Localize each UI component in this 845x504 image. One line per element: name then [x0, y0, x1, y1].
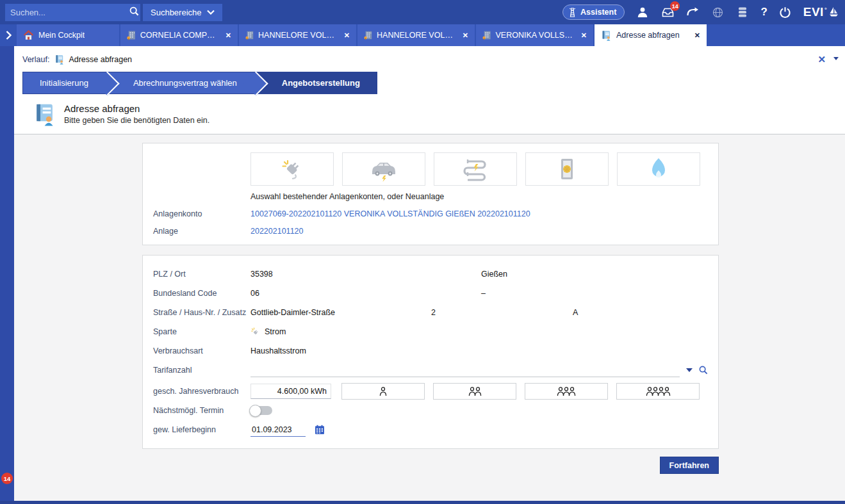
power-icon[interactable]	[778, 5, 792, 19]
verlauf-row: Verlauf: Adresse abfragen	[22, 51, 845, 68]
globe-icon[interactable]	[710, 5, 725, 19]
top-bar: Suchbereiche Assistent 14	[0, 0, 845, 24]
wizard-step-abrechnungsvertrag[interactable]: Abrechnungsvertrag wählen	[108, 72, 256, 93]
sparte-label: Sparte	[153, 327, 250, 336]
bundesland-code-value[interactable]: 06	[250, 289, 481, 298]
anlagen-caption: Auswahl bestehender Anlagenkonten, oder …	[250, 192, 708, 201]
strasse-value[interactable]: Gottlieb-Daimler-Straße	[250, 308, 431, 317]
address-panel: PLZ / Ort 35398 Gießen Bundesland Code 0…	[142, 255, 719, 449]
tarifanzahl-search-icon[interactable]	[699, 366, 708, 375]
home-icon	[23, 30, 34, 40]
building-icon	[245, 30, 254, 40]
sparte-value[interactable]: Strom	[265, 327, 286, 336]
search-scope-label: Suchbereiche	[151, 8, 202, 17]
tab-mein-cockpit[interactable]: Mein Cockpit	[17, 24, 119, 46]
tab-account-hannelore-1[interactable]: HANNELORE VOLLST... ✕	[239, 24, 356, 46]
category-storage-heater-button[interactable]	[525, 152, 609, 186]
tab-close-icon[interactable]: ✕	[577, 31, 587, 40]
tab-account-cornelia[interactable]: CORNELIA COMPLE... ✕	[120, 24, 238, 46]
category-gas-button[interactable]	[617, 152, 700, 186]
inbox-icon[interactable]: 14	[660, 5, 675, 19]
verlauf-label: Verlauf:	[22, 55, 49, 64]
assistant-label: Assistent	[580, 8, 616, 17]
process-book-icon	[54, 54, 65, 65]
tab-label: Mein Cockpit	[38, 31, 85, 40]
chevron-down-icon[interactable]	[833, 57, 839, 60]
category-heating-button[interactable]	[434, 152, 517, 186]
termin-row: Nächstmögl. Termin	[153, 401, 708, 420]
tab-account-veronika[interactable]: VERONIKA VOLLSTÄ... ✕	[476, 24, 593, 46]
panel-actions: Fortfahren	[142, 457, 719, 474]
help-button[interactable]: ?	[760, 6, 767, 19]
anlagenkonto-label: Anlagenkonto	[153, 209, 250, 218]
chevron-down-icon	[207, 10, 215, 15]
close-process-icon[interactable]: ✕	[817, 54, 826, 65]
termin-toggle[interactable]	[250, 406, 272, 415]
search-input[interactable]	[5, 8, 128, 17]
person-icon	[474, 387, 482, 396]
tab-close-icon[interactable]: ✕	[691, 31, 700, 40]
strasse-label: Straße / Haus-Nr. / Zusatz	[153, 308, 250, 317]
sparte-row: Sparte Strom	[153, 322, 708, 341]
tab-label: HANNELORE VOLLST...	[258, 31, 336, 40]
tab-close-icon[interactable]: ✕	[459, 31, 468, 40]
tab-collapse-chevron[interactable]	[0, 24, 17, 46]
tab-account-hannelore-2[interactable]: HANNELORE VOLLST... ✕	[357, 24, 475, 46]
hausnr-value[interactable]: 2	[431, 308, 573, 317]
tarifanzahl-dropdown-icon[interactable]	[686, 368, 693, 372]
assistant-button[interactable]: Assistent	[562, 4, 625, 20]
category-electricity-button[interactable]	[250, 152, 334, 186]
tarifanzahl-input[interactable]	[250, 363, 680, 377]
lieferbeginn-input[interactable]	[250, 423, 306, 437]
tab-close-icon[interactable]: ✕	[340, 31, 350, 40]
verbrauchsart-value[interactable]: Haushaltsstrom	[250, 346, 306, 355]
notification-badge[interactable]: 14	[1, 473, 13, 484]
anlage-link[interactable]: 202202101120	[250, 227, 304, 236]
page-title: Adresse abfragen	[64, 103, 209, 114]
jahresverbrauch-input[interactable]	[250, 384, 331, 399]
gas-flame-icon	[647, 156, 670, 182]
zusatz-value[interactable]: A	[573, 308, 578, 317]
category-emobility-button[interactable]	[342, 152, 425, 186]
household-size-4-button[interactable]	[616, 383, 700, 400]
plz-value[interactable]: 35398	[250, 270, 481, 279]
redo-icon[interactable]	[685, 5, 700, 19]
power-plug-icon	[277, 156, 308, 182]
strasse-row: Straße / Haus-Nr. / Zusatz Gottlieb-Daim…	[153, 303, 708, 322]
search-scope-button[interactable]: Suchbereiche	[143, 4, 222, 21]
anlage-label: Anlage	[153, 227, 250, 236]
sailboat-icon	[829, 6, 839, 18]
brand-mark: °	[824, 6, 827, 13]
bundesland-secondary-value[interactable]: –	[481, 289, 486, 298]
plz-ort-row: PLZ / Ort 35398 Gießen	[153, 264, 708, 284]
tab-adresse-abfragen[interactable]: Adresse abfragen ✕	[595, 24, 707, 46]
jahresverbrauch-label: gesch. Jahresverbrauch	[153, 387, 250, 396]
lieferbeginn-row: gew. Lieferbeginn	[153, 420, 708, 439]
person-icon	[568, 387, 576, 396]
page-icon	[34, 103, 56, 126]
lighthouse-icon	[568, 7, 577, 17]
left-strip: 14	[0, 46, 14, 504]
wizard-step-initialisierung[interactable]: Initialisierung	[23, 72, 108, 93]
page-subtitle: Bitte geben Sie die benötigten Daten ein…	[64, 116, 209, 125]
anlagenkonto-link[interactable]: 10027069-202202101120 VERONIKA VOLLSTÄND…	[250, 209, 530, 218]
wizard-step-angebotserstellung[interactable]: Angebotserstellung	[256, 72, 377, 93]
building-icon	[364, 30, 372, 40]
tab-close-icon[interactable]: ✕	[222, 31, 231, 40]
household-size-2-button[interactable]	[433, 383, 516, 400]
household-size-3-button[interactable]	[525, 383, 608, 400]
page-head: Adresse abfragen Bitte geben Sie die ben…	[34, 103, 845, 126]
lieferbeginn-label: gew. Lieferbeginn	[153, 425, 250, 434]
ort-value[interactable]: Gießen	[481, 270, 507, 279]
search-icon[interactable]	[128, 6, 140, 18]
verlauf-item[interactable]: Adresse abfragen	[54, 54, 132, 65]
database-icon[interactable]	[735, 5, 750, 19]
household-size-1-button[interactable]	[341, 383, 425, 400]
calendar-icon[interactable]	[315, 425, 325, 435]
continue-button[interactable]: Fortfahren	[660, 457, 719, 474]
process-header: Verlauf: Adresse abfragen ✕ Initialisier…	[14, 46, 845, 134]
tab-label: CORNELIA COMPLE...	[140, 31, 217, 40]
tab-label: VERONIKA VOLLSTÄ...	[495, 31, 572, 40]
global-search[interactable]	[5, 4, 140, 21]
user-icon[interactable]	[636, 5, 650, 19]
